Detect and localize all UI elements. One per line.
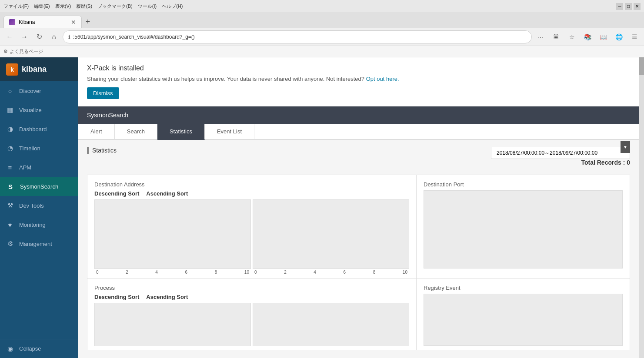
container-button[interactable]: 🌐 [613, 31, 625, 43]
sysmonsearch-icon: S [6, 182, 15, 191]
sidebar-item-sysmonsearch[interactable]: S SysmonSearch [0, 177, 78, 196]
close-button[interactable]: ✕ [634, 3, 641, 10]
tab-statistics[interactable]: Statistics [157, 124, 205, 140]
axis-2-left: 2 [126, 270, 128, 275]
menu-edit[interactable]: 編集(E) [34, 3, 50, 10]
menu-button[interactable]: ☰ [628, 31, 641, 43]
total-records-label: Total Records : 0 [581, 159, 630, 166]
sidebar-item-dashboard-label: Dashboard [19, 126, 47, 133]
dismiss-button[interactable]: Dismiss [87, 87, 119, 99]
app-header: SysmonSearch [78, 106, 639, 124]
bookmarks-label[interactable]: よく見るページ [10, 48, 43, 55]
opt-out-link[interactable]: Opt out here. [366, 76, 399, 82]
destination-ascending-chart [253, 199, 409, 269]
sidebar-item-visualize[interactable]: ▦ Visualize [0, 100, 78, 119]
devtools-icon: ⚒ [6, 202, 14, 209]
sidebar-item-management-label: Management [19, 241, 52, 247]
sidebar-item-visualize-label: Visualize [19, 107, 42, 113]
dashboard-icon: ◑ [6, 125, 14, 133]
timelion-icon: ◔ [6, 144, 14, 152]
scrollbar-thumb[interactable] [639, 57, 644, 75]
section-header: Statistics [87, 147, 117, 154]
menu-bookmarks[interactable]: ブックマーク(B) [97, 3, 133, 10]
process-title: Process [94, 285, 409, 291]
sidebar-item-apm[interactable]: ≡ APM [0, 158, 78, 177]
home-button[interactable]: ⌂ [48, 31, 60, 43]
menu-history[interactable]: 履歴(S) [76, 3, 92, 10]
reading-list-button[interactable]: 📚 [581, 31, 594, 43]
bookmarks-bar: ⚙ よく見るページ [0, 46, 644, 57]
more-options-button[interactable]: ··· [534, 31, 547, 43]
browser-menu: ファイル(F) 編集(E) 表示(V) 履歴(S) ブックマーク(B) ツール(… [3, 3, 183, 10]
registry-event-title: Registry Event [424, 285, 623, 291]
app-header-title: SysmonSearch [87, 112, 128, 119]
sidebar-item-timelion-label: Timelion [19, 145, 40, 152]
registry-event-panel: Registry Event [417, 278, 630, 350]
scrollbar-track[interactable] [639, 57, 644, 358]
back-button[interactable]: ← [3, 31, 16, 43]
menu-view[interactable]: 表示(V) [55, 3, 71, 10]
sidebar-item-monitoring-label: Monitoring [19, 222, 46, 228]
axis-8-left: 8 [215, 270, 217, 275]
app-tabs: Alert Search Statistics Event List [78, 124, 639, 140]
sidebar-item-timelion[interactable]: ◔ Timelion [0, 139, 78, 158]
bookmark-button[interactable]: ☆ [566, 31, 578, 43]
sidebar-item-devtools-label: Dev Tools [19, 202, 44, 209]
sidebar-title: kibana [22, 65, 47, 74]
settings-icon: ⚙ [3, 49, 8, 54]
sidebar-collapse-button[interactable]: ◉ Collapse [0, 339, 78, 358]
destination-port-panel: Destination Port [417, 175, 630, 278]
sidebar-item-discover[interactable]: ○ Discover [0, 81, 78, 100]
registry-event-chart [424, 294, 623, 346]
browser-toolbar: ← → ↻ ⌂ ℹ :5601/app/sysmon_search_visual… [0, 28, 644, 46]
browser-tabs-bar: Kibana ✕ + [0, 13, 644, 28]
new-tab-button[interactable]: + [82, 16, 94, 28]
monitoring-icon: ♥ [6, 221, 14, 229]
address-bar[interactable]: ℹ :5601/app/sysmon_search_visual#/dashbo… [63, 30, 532, 43]
sidebar-item-apm-label: APM [19, 164, 31, 171]
date-range-select[interactable]: 2018/08/27/00:00:00～2018/09/27/00:00:00 [491, 147, 630, 159]
sidebar-item-dashboard[interactable]: ◑ Dashboard [0, 119, 78, 139]
axis-4-left: 4 [155, 270, 158, 275]
kibana-logo-icon: k [6, 63, 18, 76]
tab-alert[interactable]: Alert [78, 124, 115, 140]
menu-tools[interactable]: ツール(I) [138, 3, 157, 10]
tab-search[interactable]: Search [115, 124, 157, 140]
process-descending-sort-label: Descending Sort [94, 294, 139, 300]
destination-address-title: Destination Address [94, 181, 409, 188]
sidebar-item-devtools[interactable]: ⚒ Dev Tools [0, 196, 78, 215]
app-layout: k kibana ○ Discover ▦ Visualize ◑ Dashbo… [0, 57, 644, 358]
axis-8-right: 8 [373, 270, 376, 275]
window-controls: ─ □ ✕ [616, 3, 641, 10]
xpack-title: X-Pack is installed [87, 64, 630, 72]
address-text: :5601/app/sysmon_search_visual#/dashboar… [73, 34, 526, 40]
sidebar-item-sysmonsearch-label: SysmonSearch [20, 183, 58, 190]
reload-button[interactable]: ↻ [33, 31, 45, 43]
reader-view-button[interactable]: 📖 [597, 31, 609, 43]
destination-descending-chart [94, 199, 251, 269]
main-content: X-Pack is installed Sharing your cluster… [78, 57, 639, 358]
browser-tab-kibana[interactable]: Kibana ✕ [3, 16, 82, 28]
section-indicator [87, 147, 89, 154]
tab-favicon-icon [9, 19, 15, 25]
sidebar-item-management[interactable]: ⚙ Management [0, 234, 78, 253]
process-ascending-sort-label: Ascending Sort [146, 294, 188, 300]
toolbar-icons: ··· 🏛 ☆ 📚 📖 🌐 ☰ [534, 31, 641, 43]
collapse-label: Collapse [19, 345, 41, 352]
destination-port-title: Destination Port [424, 181, 623, 188]
sidebar-logo: k kibana [0, 57, 78, 81]
pocket-button[interactable]: 🏛 [550, 31, 562, 43]
minimize-button[interactable]: ─ [616, 3, 623, 10]
menu-file[interactable]: ファイル(F) [3, 3, 29, 10]
forward-button[interactable]: → [18, 31, 30, 43]
sidebar-item-monitoring[interactable]: ♥ Monitoring [0, 215, 78, 234]
axis-4-right: 4 [314, 270, 316, 275]
date-range-selector[interactable]: 2018/08/27/00:00:00～2018/09/27/00:00:00 [491, 147, 630, 159]
tab-eventlist[interactable]: Event List [205, 124, 254, 140]
section-title: Statistics [92, 147, 117, 154]
destination-descending-sort-label: Descending Sort [94, 190, 139, 197]
menu-help[interactable]: ヘルプ(H) [162, 3, 183, 10]
tab-close-button[interactable]: ✕ [71, 19, 76, 26]
process-ascending-chart [253, 303, 409, 346]
maximize-button[interactable]: □ [625, 3, 632, 10]
